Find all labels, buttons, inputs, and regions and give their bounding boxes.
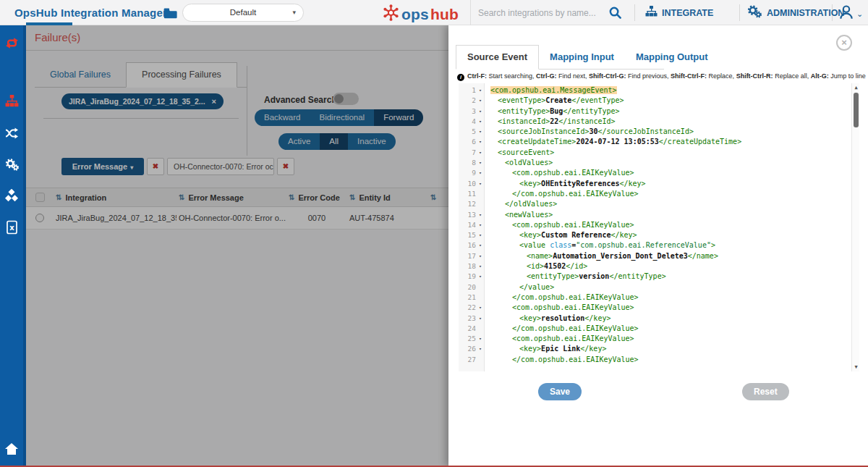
- code-line[interactable]: 13▾<newValues>: [459, 210, 851, 220]
- token-tag: </com.opshub.eai.EAIKeyValue>: [512, 190, 639, 198]
- shuffle-mappings-icon[interactable]: [0, 127, 23, 143]
- token-tag: <oldValues>: [505, 159, 553, 167]
- fold-icon[interactable]: ▾: [476, 117, 485, 127]
- failures-page: Failure(s) Global FailuresProcessing Fai…: [26, 25, 448, 467]
- code-text: </com.opshub.eai.EAIKeyValue>: [485, 189, 639, 199]
- xml-code-editor[interactable]: 1▾<com.opshub.eai.MessageEvent>2▾<eventT…: [459, 83, 859, 371]
- token-text: resolution: [541, 314, 584, 322]
- code-tokens: <com.opshub.eai.EAIKeyValue>: [512, 221, 634, 229]
- fold-icon[interactable]: ▾: [476, 251, 485, 261]
- fold-icon[interactable]: ▾: [476, 344, 485, 354]
- code-line[interactable]: 19▾<entityType>version</entityType>: [459, 272, 851, 282]
- code-line[interactable]: 27</com.opshub.eai.EAIKeyValue>: [459, 355, 851, 365]
- folder-icon[interactable]: [162, 5, 178, 24]
- code-line[interactable]: 22▾<com.opshub.eai.EAIKeyValue>: [459, 303, 851, 313]
- fold-icon[interactable]: ▾: [476, 85, 485, 96]
- code-line[interactable]: 20</value>: [459, 282, 851, 293]
- fold-icon[interactable]: ▾: [476, 168, 485, 178]
- workspace-dropdown[interactable]: Default ▾: [182, 4, 304, 22]
- code-line[interactable]: 9▾<com.opshub.eai.EAIKeyValue>: [459, 168, 851, 178]
- fold-icon[interactable]: ▾: [476, 230, 485, 240]
- code-line[interactable]: 3▾<entityType>Bug</entityType>: [459, 106, 851, 117]
- integrations-sitemap-icon[interactable]: [0, 95, 23, 111]
- token-attr: class: [550, 241, 571, 249]
- code-line[interactable]: 4▾<instanceId>22</instanceId>: [459, 117, 851, 127]
- fold-icon[interactable]: ▾: [476, 179, 485, 189]
- settings-gears-icon[interactable]: [0, 158, 23, 174]
- fold-icon[interactable]: ▾: [476, 314, 485, 324]
- code-line[interactable]: 14▾<com.opshub.eai.EAIKeyValue>: [459, 220, 851, 230]
- code-text: </com.opshub.eai.EAIKeyValue>: [485, 355, 639, 365]
- code-line[interactable]: 8▾<oldValues>: [459, 158, 851, 168]
- code-line[interactable]: 18▾<id>41502</id>: [459, 261, 851, 272]
- excel-report-icon[interactable]: x: [0, 220, 23, 237]
- scroll-down-icon[interactable]: ▼: [852, 364, 860, 370]
- panel-tabs: Source EventMapping InputMapping Output: [456, 45, 664, 70]
- code-line[interactable]: 23▾<key>resolution</key>: [459, 314, 851, 324]
- fold-icon[interactable]: ▾: [476, 334, 485, 344]
- panel-tab-mapping-input[interactable]: Mapping Input: [539, 46, 625, 69]
- token-tag: <createUpdateTime>: [498, 138, 576, 146]
- line-number: 6: [459, 137, 476, 147]
- token-tag: <id>: [527, 262, 544, 270]
- fold-icon[interactable]: ▾: [476, 106, 485, 117]
- code-tokens: <com.opshub.eai.EAIKeyValue>: [512, 303, 634, 311]
- hint-desc: Replace all,: [773, 72, 811, 80]
- code-text: </com.opshub.eai.EAIKeyValue>: [485, 324, 639, 334]
- code-line[interactable]: 26▾<key>Epic Link</key>: [459, 344, 851, 354]
- code-line[interactable]: 6▾<createUpdateTime>2024-07-12 13:05:53<…: [459, 137, 851, 147]
- code-line[interactable]: 11</com.opshub.eai.EAIKeyValue>: [459, 189, 851, 199]
- code-line[interactable]: 21</com.opshub.eai.EAIKeyValue>: [459, 293, 851, 303]
- fold-icon[interactable]: ▾: [476, 261, 485, 272]
- code-line[interactable]: 25▾<com.opshub.eai.EAIKeyValue>: [459, 334, 851, 344]
- code-line[interactable]: 17▾<name>Automation_Version_Dont_Delete3…: [459, 251, 851, 261]
- packages-cubes-icon[interactable]: [0, 189, 23, 206]
- info-icon: i: [457, 74, 464, 81]
- token-tag: <key>: [519, 231, 541, 239]
- search-input[interactable]: [478, 0, 601, 25]
- fold-icon[interactable]: ▾: [476, 303, 485, 313]
- token-tag: <value: [519, 241, 550, 249]
- sync-failures-icon[interactable]: [0, 35, 23, 54]
- line-number: 24: [459, 324, 476, 334]
- home-icon[interactable]: [0, 442, 23, 458]
- fold-icon[interactable]: ▾: [476, 158, 485, 168]
- code-tokens: <sourceEvent>: [498, 148, 554, 156]
- code-line[interactable]: 10▾<key>OHEntityReferences</key>: [459, 179, 851, 189]
- code-line[interactable]: 1▾<com.opshub.eai.MessageEvent>: [459, 85, 851, 96]
- fold-icon[interactable]: ▾: [476, 210, 485, 220]
- code-line[interactable]: 2▾<eventType>Create</eventType>: [459, 96, 851, 106]
- fold-icon[interactable]: ▾: [476, 148, 485, 158]
- fold-icon[interactable]: ▾: [476, 96, 485, 106]
- code-line[interactable]: 5▾<sourceJobInstanceId>30</sourceJobInst…: [459, 127, 851, 137]
- code-line[interactable]: 12</oldValues>: [459, 199, 851, 209]
- fold-icon[interactable]: ▾: [476, 240, 485, 251]
- code-line[interactable]: 24</com.opshub.eai.EAIKeyValue>: [459, 324, 851, 334]
- token-text: Bug: [550, 107, 563, 115]
- close-icon[interactable]: ×: [836, 35, 852, 51]
- code-text: <com.opshub.eai.MessageEvent>: [485, 85, 617, 96]
- reset-button[interactable]: Reset: [742, 383, 789, 400]
- panel-tab-source-event[interactable]: Source Event: [456, 45, 539, 70]
- user-menu[interactable]: ⌄: [838, 4, 863, 24]
- fold-icon[interactable]: ▾: [476, 272, 485, 282]
- code-line[interactable]: 7▾<sourceEvent>: [459, 148, 851, 158]
- save-button[interactable]: Save: [538, 383, 582, 400]
- nav-integrate[interactable]: INTEGRATE: [645, 0, 713, 25]
- scroll-up-icon[interactable]: ▲: [852, 85, 860, 91]
- code-line[interactable]: 15▾<key>Custom Reference</key>: [459, 230, 851, 240]
- code-line[interactable]: 16▾<value class="com.opshub.eai.Referenc…: [459, 240, 851, 251]
- fold-spacer: [476, 282, 485, 293]
- fold-icon[interactable]: ▾: [476, 127, 485, 137]
- header-scroll-indicator[interactable]: [26, 22, 72, 25]
- panel-tab-mapping-output[interactable]: Mapping Output: [625, 46, 719, 69]
- fold-icon[interactable]: ▾: [476, 220, 485, 230]
- fold-icon[interactable]: ▾: [476, 137, 485, 147]
- scrollbar-thumb[interactable]: [854, 93, 859, 127]
- code-tokens: </com.opshub.eai.EAIKeyValue>: [512, 293, 639, 301]
- nav-administration[interactable]: ADMINISTRATION: [746, 0, 844, 25]
- editor-scrollbar[interactable]: ▲ ▼: [851, 83, 859, 371]
- code-tokens: <instanceId>22</instanceId>: [498, 117, 616, 125]
- search-icon[interactable]: [608, 6, 622, 22]
- token-tag: <com.opshub.eai.EAIKeyValue>: [512, 303, 634, 311]
